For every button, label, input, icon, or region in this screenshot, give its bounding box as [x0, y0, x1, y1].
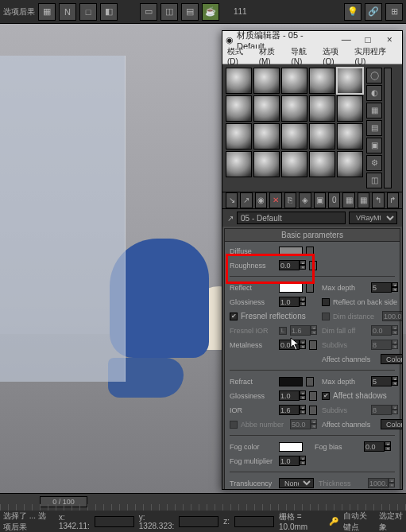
timeline[interactable]: 0 / 100: [0, 493, 406, 511]
affect-dropdown[interactable]: Color only: [381, 354, 402, 364]
backlight-icon[interactable]: ◐: [366, 85, 382, 101]
menu-material[interactable]: 材质(M): [259, 46, 287, 66]
ior-spinner[interactable]: ▴▾: [279, 405, 306, 415]
dim-dist-checkbox[interactable]: [322, 313, 330, 320]
go-forward-icon[interactable]: ↱: [387, 192, 399, 208]
dim-dist-spinner[interactable]: ▴▾: [382, 311, 402, 321]
go-parent-icon[interactable]: ↰: [372, 192, 384, 208]
material-slot[interactable]: [253, 123, 280, 150]
rollup-header[interactable]: Basic parameters: [225, 229, 400, 242]
material-slot[interactable]: [281, 151, 307, 177]
material-slot[interactable]: [281, 123, 307, 150]
uv-icon[interactable]: ▤: [366, 120, 382, 136]
scrollbar[interactable]: [384, 68, 392, 188]
tool-button[interactable]: ⊞: [385, 3, 403, 21]
put-library-icon[interactable]: ▣: [314, 192, 326, 208]
select-icon[interactable]: ◫: [366, 173, 382, 188]
fresnel-ior-spinner[interactable]: ▴▾: [290, 325, 317, 336]
show-map-icon[interactable]: ▦: [342, 192, 354, 208]
map-button[interactable]: [306, 283, 314, 293]
abbe-checkbox[interactable]: [230, 421, 238, 429]
material-type-button[interactable]: VRayMtl: [349, 212, 397, 224]
thickness-spinner[interactable]: ▴▾: [368, 478, 395, 488]
max-depth-t-spinner[interactable]: ▴▾: [371, 376, 398, 386]
y-input[interactable]: [179, 516, 218, 527]
lock-icon[interactable]: L: [279, 327, 287, 335]
material-slot[interactable]: [337, 151, 363, 177]
lock-icon[interactable]: 🔑: [329, 517, 338, 526]
fog-bias-spinner[interactable]: ▴▾: [364, 441, 391, 452]
diffuse-map-button[interactable]: [306, 247, 314, 256]
max-depth-spinner[interactable]: ▴▾: [371, 282, 398, 293]
copy-icon[interactable]: ⎘: [284, 192, 296, 208]
material-name-input[interactable]: [237, 212, 346, 224]
tool-button[interactable]: □: [79, 3, 97, 21]
roughness-spinner[interactable]: ▴▾: [279, 260, 306, 270]
tool-button[interactable]: ◫: [160, 3, 178, 21]
fresnel-checkbox[interactable]: ✔: [230, 313, 238, 320]
fog-mult-spinner[interactable]: ▴▾: [279, 456, 306, 466]
minimize-button[interactable]: —: [337, 33, 355, 47]
z-input[interactable]: [234, 516, 274, 527]
pick-icon[interactable]: ↗: [227, 214, 234, 223]
options-icon[interactable]: ⚙: [366, 155, 382, 171]
material-slot[interactable]: [337, 95, 363, 122]
sample-type-icon[interactable]: ◯: [366, 68, 382, 83]
video-icon[interactable]: ▣: [366, 138, 382, 153]
fog-color-swatch[interactable]: [279, 442, 303, 452]
map-button[interactable]: [306, 377, 314, 386]
map-button[interactable]: [309, 340, 317, 350]
material-slot[interactable]: [309, 68, 335, 94]
refract-swatch[interactable]: [279, 377, 303, 386]
tool-button[interactable]: ▭: [140, 3, 157, 21]
make-unique-icon[interactable]: ◈: [299, 192, 311, 208]
map-button[interactable]: [309, 406, 317, 415]
material-id-icon[interactable]: 0: [328, 192, 340, 208]
abbe-spinner[interactable]: ▴▾: [290, 419, 317, 429]
tool-button[interactable]: ▦: [38, 3, 56, 21]
material-slot[interactable]: [253, 68, 280, 94]
material-slot-selected[interactable]: [337, 68, 363, 94]
tool-button[interactable]: ▤: [181, 3, 199, 21]
close-button[interactable]: ×: [381, 33, 399, 47]
auto-key-button[interactable]: 自动关键点: [343, 511, 373, 533]
menu-nav[interactable]: 导航(N): [291, 46, 318, 66]
tool-button[interactable]: N: [59, 3, 76, 21]
get-material-icon[interactable]: ↘: [226, 192, 238, 208]
subdivs-t-spinner[interactable]: ▴▾: [371, 405, 398, 415]
dim-falloff-spinner[interactable]: ▴▾: [371, 325, 398, 336]
subdivs-spinner[interactable]: ▴▾: [371, 340, 398, 350]
material-slot[interactable]: [337, 123, 363, 150]
material-slot[interactable]: [226, 95, 252, 122]
maximize-button[interactable]: □: [358, 33, 377, 47]
reflect-swatch[interactable]: [279, 283, 303, 293]
affect-t-dropdown[interactable]: Color only: [381, 419, 402, 429]
background-icon[interactable]: ▦: [366, 103, 382, 118]
show-end-icon[interactable]: ▦: [358, 192, 369, 208]
light-icon[interactable]: 💡: [344, 3, 362, 21]
material-slot[interactable]: [309, 95, 335, 122]
material-slot[interactable]: [226, 123, 252, 150]
backside-checkbox[interactable]: [322, 298, 330, 306]
material-slot[interactable]: [281, 68, 307, 94]
x-input[interactable]: [95, 516, 134, 527]
material-slot[interactable]: [253, 151, 280, 177]
material-slot[interactable]: [253, 95, 280, 122]
gloss-t-spinner[interactable]: ▴▾: [279, 390, 306, 401]
menu-options[interactable]: 选项(O): [323, 46, 350, 66]
rgloss-spinner[interactable]: ▴▾: [279, 297, 306, 307]
menu-util[interactable]: 实用程序(U): [354, 46, 397, 66]
map-button[interactable]: [309, 391, 317, 401]
material-slot[interactable]: [309, 123, 335, 150]
material-slot[interactable]: [226, 151, 252, 177]
material-slot[interactable]: [309, 151, 335, 177]
affect-shadows-checkbox[interactable]: ✔: [322, 392, 330, 400]
reset-icon[interactable]: ✕: [269, 192, 281, 208]
assign-icon[interactable]: ◉: [255, 192, 267, 208]
put-to-scene-icon[interactable]: ↗: [240, 192, 252, 208]
render-button[interactable]: ☕: [202, 3, 219, 21]
diffuse-swatch[interactable]: [279, 247, 303, 256]
map-button[interactable]: [309, 261, 317, 270]
menu-mode[interactable]: 模式(D): [227, 46, 254, 66]
material-slot[interactable]: [226, 68, 252, 94]
